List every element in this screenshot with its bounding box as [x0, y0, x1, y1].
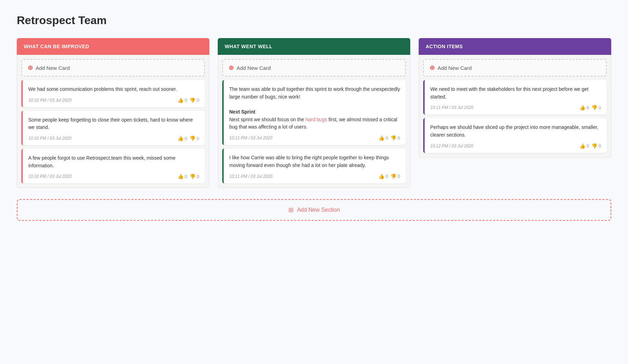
card-text: We had some communication problems this … — [28, 86, 199, 93]
add-card-went-well[interactable]: ⊕ Add New Card — [222, 59, 406, 77]
add-card-improved[interactable]: ⊕ Add New Card — [21, 59, 205, 77]
thumbs-down-icon[interactable]: 👎 — [390, 174, 396, 179]
card: We need to meet with the stakeholders fo… — [423, 80, 607, 115]
upvote-group: 👍 0 — [178, 136, 187, 141]
add-card-label: Add New Card — [237, 65, 271, 71]
card: The team was able to pull together this … — [222, 80, 406, 145]
column-header-action: ACTION ITEMS — [419, 38, 611, 55]
downvote-group: 👎 0 — [591, 105, 601, 110]
downvote-group: 👎 0 — [591, 143, 601, 149]
card-votes: 👍 0 👎 0 — [378, 174, 400, 179]
thumbs-down-icon[interactable]: 👎 — [591, 143, 597, 149]
thumbs-up-icon[interactable]: 👍 — [178, 97, 183, 103]
upvote-group: 👍 0 — [579, 143, 589, 149]
upvote-count: 0 — [185, 136, 187, 141]
upvote-count: 0 — [386, 174, 388, 179]
card-footer: 10:10 PM / 03 Jul 2020 👍 0 👎 0 — [28, 174, 199, 179]
thumbs-up-icon[interactable]: 👍 — [378, 135, 384, 141]
downvote-count: 0 — [197, 174, 199, 179]
downvote-group: 👎 0 — [189, 136, 199, 141]
upvote-group: 👍 0 — [178, 174, 187, 179]
column-body-improved: ⊕ Add New Card We had some communication… — [17, 55, 209, 188]
downvote-count: 0 — [197, 136, 199, 141]
card-text: The team was able to pull together this … — [229, 86, 400, 131]
thumbs-down-icon[interactable]: 👎 — [390, 135, 396, 141]
downvote-group: 👎 0 — [390, 174, 400, 179]
column-header-improved: WHAT CAN BE IMPROVED — [17, 38, 209, 55]
thumbs-up-icon[interactable]: 👍 — [579, 105, 585, 110]
downvote-group: 👎 0 — [390, 135, 400, 141]
card: Some people keep forgetting to close the… — [21, 111, 205, 145]
card-timestamp: 10:11 PM / 03 Jul 2020 — [229, 136, 272, 140]
add-card-label: Add New Card — [438, 65, 472, 71]
downvote-count: 0 — [599, 105, 601, 110]
column-improved: WHAT CAN BE IMPROVED ⊕ Add New Card We h… — [17, 38, 209, 188]
add-card-action[interactable]: ⊕ Add New Card — [423, 59, 607, 77]
card-votes: 👍 0 👎 0 — [579, 105, 601, 110]
downvote-count: 0 — [398, 136, 400, 141]
add-card-label: Add New Card — [36, 65, 70, 71]
card-timestamp: 10:12 PM / 03 Jul 2020 — [430, 144, 473, 148]
column-action: ACTION ITEMS ⊕ Add New Card We need to m… — [419, 38, 611, 188]
upvote-count: 0 — [587, 105, 589, 110]
page-title: Retrospect Team — [17, 14, 611, 27]
thumbs-down-icon[interactable]: 👎 — [189, 136, 195, 141]
plus-icon: ⊕ — [229, 65, 234, 71]
card-votes: 👍 0 👎 0 — [178, 136, 199, 141]
card-text: Some people keep forgetting to close the… — [28, 116, 199, 131]
upvote-count: 0 — [185, 97, 187, 103]
add-section-label: Add New Section — [297, 207, 340, 213]
card-timestamp: 10:10 PM / 03 Jul 2020 — [28, 174, 71, 179]
card-footer: 10:12 PM / 03 Jul 2020 👍 0 👎 0 — [430, 143, 601, 149]
downvote-group: 👎 0 — [189, 97, 199, 103]
card-footer: 10:11 PM / 03 Jul 2020 👍 0 👎 0 — [229, 174, 400, 179]
thumbs-down-icon[interactable]: 👎 — [189, 174, 195, 179]
card: A few people forgot to use Retrospect.te… — [21, 149, 205, 183]
card: Perhaps we should have sliced up the pro… — [423, 118, 607, 153]
thumbs-up-icon[interactable]: 👍 — [178, 136, 183, 141]
thumbs-down-icon[interactable]: 👎 — [591, 105, 597, 110]
board: WHAT CAN BE IMPROVED ⊕ Add New Card We h… — [17, 38, 611, 188]
column-body-action: ⊕ Add New Card We need to meet with the … — [419, 55, 611, 158]
card-timestamp: 10:11 PM / 03 Jul 2020 — [229, 174, 272, 179]
card-footer: 10:10 PM / 03 Jul 2020 👍 0 👎 0 — [28, 136, 199, 141]
card-subheading: Next Sprint — [229, 109, 255, 115]
card-timestamp: 10:10 PM / 03 Jul 2020 — [28, 98, 71, 103]
upvote-count: 0 — [185, 174, 187, 179]
thumbs-up-icon[interactable]: 👍 — [579, 143, 585, 149]
column-header-went-well: WHAT WENT WELL — [218, 38, 410, 55]
card-votes: 👍 0 👎 0 — [178, 174, 199, 179]
plus-icon: ⊕ — [28, 65, 33, 71]
card-text: A few people forgot to use Retrospect.te… — [28, 154, 199, 169]
card-votes: 👍 0 👎 0 — [579, 143, 601, 149]
highlighted-text: hard bugs — [305, 117, 327, 122]
thumbs-up-icon[interactable]: 👍 — [178, 174, 183, 179]
column-body-went-well: ⊕ Add New Card The team was able to pull… — [218, 55, 410, 188]
add-section-button[interactable]: ⊞ Add New Section — [17, 199, 611, 221]
add-section-icon: ⊞ — [288, 206, 294, 214]
upvote-group: 👍 0 — [378, 135, 388, 141]
thumbs-up-icon[interactable]: 👍 — [378, 174, 384, 179]
card-timestamp: 10:10 PM / 03 Jul 2020 — [28, 136, 71, 141]
card-votes: 👍 0 👎 0 — [178, 97, 199, 103]
upvote-group: 👍 0 — [378, 174, 388, 179]
card-footer: 10:11 PM / 03 Jul 2020 👍 0 👎 0 — [229, 135, 400, 141]
card-footer: 10:10 PM / 03 Jul 2020 👍 0 👎 0 — [28, 97, 199, 103]
card-text: We need to meet with the stakeholders fo… — [430, 86, 601, 101]
upvote-count: 0 — [386, 136, 388, 141]
thumbs-down-icon[interactable]: 👎 — [189, 97, 195, 103]
upvote-group: 👍 0 — [579, 105, 589, 110]
card: We had some communication problems this … — [21, 80, 205, 107]
card-timestamp: 10:11 PM / 03 Jul 2020 — [430, 105, 473, 110]
card: I like how Carrie was able to bring the … — [222, 148, 406, 183]
column-went-well: WHAT WENT WELL ⊕ Add New Card The team w… — [218, 38, 410, 188]
upvote-group: 👍 0 — [178, 97, 187, 103]
downvote-count: 0 — [398, 174, 400, 179]
downvote-group: 👎 0 — [189, 174, 199, 179]
upvote-count: 0 — [587, 143, 589, 148]
downvote-count: 0 — [599, 143, 601, 148]
downvote-count: 0 — [197, 97, 199, 103]
card-footer: 10:11 PM / 03 Jul 2020 👍 0 👎 0 — [430, 105, 601, 110]
card-text: Perhaps we should have sliced up the pro… — [430, 124, 601, 139]
plus-icon: ⊕ — [430, 65, 435, 71]
